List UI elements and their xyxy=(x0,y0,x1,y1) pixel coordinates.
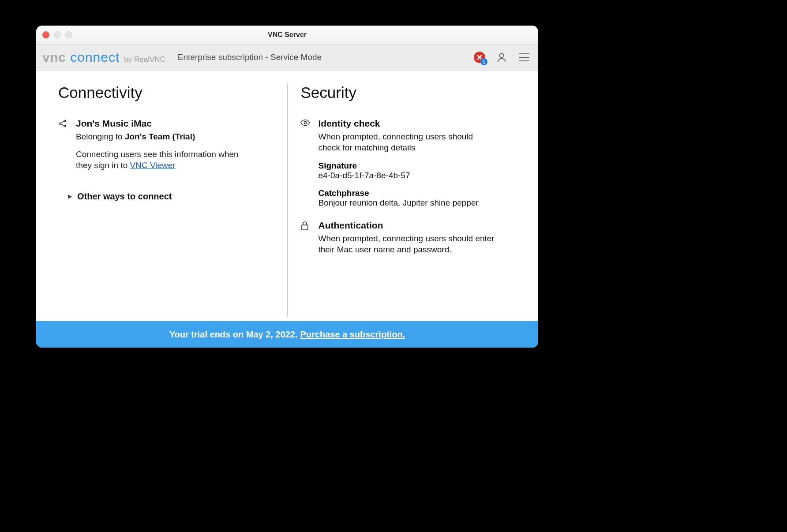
svg-point-4 xyxy=(59,123,61,124)
window-close-button[interactable] xyxy=(42,31,49,38)
eye-icon xyxy=(300,118,310,208)
other-ways-expander[interactable]: ▶ Other ways to connect xyxy=(68,191,274,202)
connectivity-section: Connectivity Jon's Music iMac xyxy=(58,84,274,317)
other-ways-label: Other ways to connect xyxy=(77,191,172,202)
security-heading: Security xyxy=(300,84,516,101)
account-button[interactable] xyxy=(496,52,507,63)
window-zoom-button[interactable] xyxy=(65,31,72,38)
chevron-right-icon: ▶ xyxy=(68,193,72,199)
connectivity-heading: Connectivity xyxy=(58,84,274,101)
purchase-subscription-link[interactable]: Purchase a subscription. xyxy=(300,330,405,340)
app-window: VNC Server vnc connect by RealVNC Enterp… xyxy=(36,26,538,348)
security-section: Security Identity check When prompted, c… xyxy=(300,84,516,317)
svg-rect-10 xyxy=(302,225,308,230)
authentication-block: Authentication When prompted, connecting… xyxy=(300,220,516,257)
identity-check-title: Identity check xyxy=(318,118,516,129)
titlebar: VNC Server xyxy=(36,26,538,45)
signature-label: Signature xyxy=(318,161,516,171)
window-minimize-button[interactable] xyxy=(54,31,61,38)
header-bar: vnc connect by RealVNC Enterprise subscr… xyxy=(36,45,538,71)
device-block: Jon's Music iMac Belonging to Jon's Team… xyxy=(58,118,274,171)
identity-check-desc: When prompted, connecting users should c… xyxy=(318,131,495,153)
authentication-title: Authentication xyxy=(318,220,516,231)
team-name: Jon's Team (Trial) xyxy=(125,132,195,141)
logo-connect-text: connect xyxy=(70,50,120,65)
svg-point-5 xyxy=(64,120,66,122)
identity-block: Identity check When prompted, connecting… xyxy=(300,118,516,208)
app-logo: vnc connect by RealVNC xyxy=(42,50,165,65)
trial-banner: Your trial ends on May 2, 2022. Purchase… xyxy=(36,321,538,348)
notification-count-badge: 1 xyxy=(480,58,487,65)
signature-value: e4-0a-d5-1f-7a-8e-4b-57 xyxy=(318,171,516,180)
svg-line-8 xyxy=(61,124,64,126)
svg-line-7 xyxy=(61,121,64,123)
logo-byline: by RealVNC xyxy=(124,55,165,64)
subscription-mode-label: Enterprise subscription - Service Mode xyxy=(178,52,322,62)
notifications-button[interactable]: 1 xyxy=(474,52,485,63)
logo-vnc-text: vnc xyxy=(42,50,66,65)
device-name: Jon's Music iMac xyxy=(76,118,274,129)
svg-point-0 xyxy=(499,53,503,57)
connect-info-text: Connecting users see this information wh… xyxy=(76,149,252,171)
main-content: Connectivity Jon's Music iMac xyxy=(36,71,538,321)
menu-button[interactable] xyxy=(518,52,530,62)
catchphrase-label: Catchphrase xyxy=(318,188,516,198)
trial-text: Your trial ends on May 2, 2022. xyxy=(169,330,298,340)
lock-icon xyxy=(300,220,310,257)
column-divider xyxy=(287,84,288,317)
vnc-viewer-link[interactable]: VNC Viewer xyxy=(130,161,176,170)
authentication-desc: When prompted, connecting users should e… xyxy=(318,233,508,255)
window-title: VNC Server xyxy=(36,31,538,39)
belonging-prefix: Belonging to xyxy=(76,132,125,141)
svg-point-6 xyxy=(64,125,66,127)
device-team-line: Belonging to Jon's Team (Trial) xyxy=(76,131,274,142)
catchphrase-value: Bonjour reunion delta. Jupiter shine pep… xyxy=(318,198,516,208)
svg-point-9 xyxy=(304,121,307,124)
share-icon xyxy=(58,118,68,171)
